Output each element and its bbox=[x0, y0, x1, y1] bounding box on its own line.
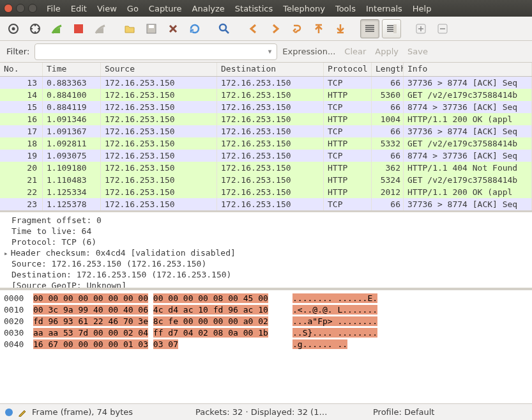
filter-label: Filter: bbox=[6, 47, 29, 56]
hex-row[interactable]: 004016 67 00 00 00 00 01 03 03 07.g.....… bbox=[4, 339, 528, 350]
hex-row[interactable]: 001000 3c 9a 99 40 00 40 06 4c d4 ac 10 … bbox=[4, 304, 528, 316]
detail-line[interactable]: Time to live: 64 bbox=[0, 226, 532, 237]
col-no[interactable]: No. bbox=[0, 63, 43, 76]
svg-point-6 bbox=[220, 24, 226, 31]
filter-bar: Filter: ▾ Expression... Clear Apply Save bbox=[0, 41, 532, 63]
menu-item-help[interactable]: Help bbox=[408, 3, 436, 15]
col-destination[interactable]: Destination bbox=[217, 63, 324, 76]
svg-rect-7 bbox=[393, 24, 397, 33]
find-button[interactable] bbox=[215, 19, 234, 38]
packet-row[interactable]: 171.091367172.16.253.150172.16.253.150TC… bbox=[0, 125, 532, 137]
menu-item-edit[interactable]: Edit bbox=[66, 3, 91, 15]
go-last-button[interactable] bbox=[331, 19, 350, 38]
open-file-button[interactable] bbox=[120, 19, 139, 38]
menu-item-go[interactable]: Go bbox=[123, 3, 143, 15]
packet-bytes-pane[interactable]: 000000 00 00 00 00 00 00 00 00 00 00 00 … bbox=[0, 288, 532, 403]
clear-button[interactable]: Clear bbox=[344, 47, 366, 56]
go-forward-button[interactable] bbox=[266, 19, 285, 38]
menu-item-analyze[interactable]: Analyze bbox=[188, 3, 229, 15]
detail-line[interactable]: Source: 172.16.253.150 (172.16.253.150) bbox=[0, 258, 532, 269]
main-toolbar bbox=[0, 17, 532, 41]
minimize-icon[interactable] bbox=[16, 4, 25, 13]
go-back-button[interactable] bbox=[244, 19, 263, 38]
status-packets: Packets: 32 · Displayed: 32 (1… bbox=[195, 407, 361, 417]
close-file-button[interactable] bbox=[163, 19, 183, 38]
menu-item-tools[interactable]: Tools bbox=[331, 3, 360, 15]
restart-capture-button[interactable] bbox=[91, 19, 110, 38]
save-filter-button[interactable]: Save bbox=[407, 47, 428, 56]
interfaces-button[interactable] bbox=[4, 19, 23, 38]
menu-item-telephony[interactable]: Telephony bbox=[278, 3, 330, 15]
edit-icon[interactable] bbox=[18, 408, 27, 417]
col-time[interactable]: Time bbox=[43, 63, 101, 76]
packet-row[interactable]: 150.884119172.16.253.150172.16.253.150TC… bbox=[0, 101, 532, 113]
start-capture-button[interactable] bbox=[47, 19, 66, 38]
close-icon[interactable] bbox=[4, 4, 13, 13]
menu-item-file[interactable]: File bbox=[42, 3, 65, 15]
status-bar: Frame (frame), 74 bytes Packets: 32 · Di… bbox=[0, 403, 532, 420]
menu-item-capture[interactable]: Capture bbox=[144, 3, 186, 15]
svg-rect-3 bbox=[74, 24, 83, 33]
expression-button[interactable]: Expression... bbox=[282, 47, 335, 56]
menu-item-internals[interactable]: Internals bbox=[361, 3, 407, 15]
status-frame: Frame (frame), 74 bytes bbox=[32, 407, 133, 417]
packet-row[interactable]: 221.125334172.16.253.150172.16.253.150HT… bbox=[0, 186, 532, 198]
packet-row[interactable]: 231.125378172.16.253.150172.16.253.150TC… bbox=[0, 198, 532, 210]
hex-row[interactable]: 0020fd 96 93 61 22 46 70 3e 8c fe 00 00 … bbox=[4, 316, 528, 327]
detail-line[interactable]: Protocol: TCP (6) bbox=[0, 237, 532, 247]
stop-capture-button[interactable] bbox=[69, 19, 88, 38]
menu-item-statistics[interactable]: Statistics bbox=[231, 3, 277, 15]
detail-line[interactable]: Destination: 172.16.253.150 (172.16.253.… bbox=[0, 269, 532, 280]
detail-line[interactable]: [Source GeoIP: Unknown] bbox=[0, 280, 532, 288]
options-button[interactable] bbox=[26, 19, 45, 38]
col-protocol[interactable]: Protocol bbox=[324, 63, 372, 76]
titlebar: FileEditViewGoCaptureAnalyzeStatisticsTe… bbox=[0, 0, 532, 17]
status-profile[interactable]: Profile: Default bbox=[373, 407, 434, 417]
packet-row[interactable]: 201.109180172.16.253.150172.16.253.150HT… bbox=[0, 162, 532, 174]
packet-row[interactable]: 130.883363172.16.253.150172.16.253.150TC… bbox=[0, 77, 532, 89]
packet-row[interactable]: 140.884100172.16.253.150172.16.253.150HT… bbox=[0, 89, 532, 101]
reload-button[interactable] bbox=[185, 19, 204, 38]
detail-line[interactable]: Fragment offset: 0 bbox=[0, 215, 532, 226]
menu-item-view[interactable]: View bbox=[93, 3, 121, 15]
save-file-button[interactable] bbox=[142, 19, 161, 38]
maximize-icon[interactable] bbox=[28, 4, 37, 13]
col-length[interactable]: Length bbox=[372, 63, 404, 76]
colorize-button[interactable] bbox=[360, 19, 379, 38]
packet-row[interactable]: 181.092811172.16.253.150172.16.253.150HT… bbox=[0, 137, 532, 150]
expert-info-icon[interactable] bbox=[5, 408, 13, 416]
packet-details-pane[interactable]: Fragment offset: 0Time to live: 64Protoc… bbox=[0, 210, 532, 288]
packet-row[interactable]: 161.091346172.16.253.150172.16.253.150HT… bbox=[0, 113, 532, 125]
filter-input[interactable]: ▾ bbox=[34, 43, 277, 60]
zoom-out-button[interactable] bbox=[433, 19, 452, 38]
apply-button[interactable]: Apply bbox=[375, 47, 399, 56]
go-first-button[interactable] bbox=[309, 19, 328, 38]
col-info[interactable]: Info bbox=[404, 63, 532, 76]
zoom-in-button[interactable] bbox=[411, 19, 430, 38]
svg-rect-5 bbox=[149, 25, 154, 28]
menubar: FileEditViewGoCaptureAnalyzeStatisticsTe… bbox=[42, 3, 436, 15]
svg-point-1 bbox=[12, 27, 15, 30]
packet-list-pane: No. Time Source Destination Protocol Len… bbox=[0, 63, 532, 210]
packet-row[interactable]: 211.110483172.16.253.150172.16.253.150HT… bbox=[0, 174, 532, 186]
packet-list-header[interactable]: No. Time Source Destination Protocol Len… bbox=[0, 63, 532, 77]
jump-button[interactable] bbox=[287, 19, 307, 38]
chevron-down-icon[interactable]: ▾ bbox=[268, 47, 272, 56]
hex-row[interactable]: 000000 00 00 00 00 00 00 00 00 00 00 00 … bbox=[4, 293, 528, 304]
col-source[interactable]: Source bbox=[101, 63, 217, 76]
auto-scroll-button[interactable] bbox=[382, 19, 401, 38]
detail-line[interactable]: Header checksum: 0x4cd4 [validation disa… bbox=[0, 247, 532, 258]
packet-row[interactable]: 191.093075172.16.253.150172.16.253.150TC… bbox=[0, 150, 532, 162]
hex-row[interactable]: 0030aa aa 53 7d 00 00 02 04 ff d7 04 02 … bbox=[4, 327, 528, 339]
